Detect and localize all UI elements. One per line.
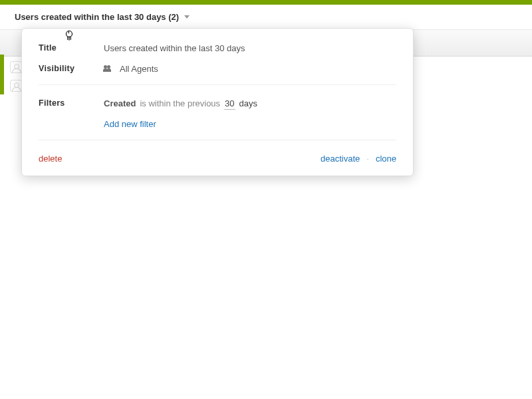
left-active-indicator — [0, 55, 4, 94]
title-label: Title — [39, 43, 104, 53]
view-title-text: Users created within the last 30 days (2… — [15, 12, 179, 22]
deactivate-link[interactable]: deactivate — [321, 154, 360, 164]
visibility-row: Visibility All Agents — [39, 64, 396, 74]
add-new-filter-link[interactable]: Add new filter — [104, 119, 156, 129]
delete-link[interactable]: delete — [39, 154, 62, 164]
separator-dot: · — [366, 154, 369, 164]
filters-row: Filters Created is within the previous 3… — [39, 98, 396, 129]
user-icon[interactable] — [10, 80, 22, 92]
view-title-dropdown[interactable]: Users created within the last 30 days (2… — [15, 12, 190, 22]
divider — [39, 140, 396, 140]
filter-field: Created — [104, 98, 136, 108]
visibility-text: All Agents — [120, 64, 158, 74]
panel-actions: delete deactivate · clone — [39, 154, 396, 164]
header-bar: Users created within the last 30 days (2… — [0, 5, 532, 30]
agents-icon — [104, 65, 114, 73]
filter-line[interactable]: Created is within the previous 30 days — [104, 98, 396, 110]
filter-unit: days — [239, 98, 257, 108]
filter-value[interactable]: 30 — [224, 98, 235, 110]
title-row: Title Users created within the last 30 d… — [39, 43, 396, 53]
cursor-hand-icon — [63, 29, 75, 43]
filters-label: Filters — [39, 98, 104, 108]
top-accent-bar — [0, 0, 532, 5]
visibility-value[interactable]: All Agents — [104, 64, 396, 74]
divider — [39, 84, 396, 85]
user-icon[interactable] — [10, 61, 22, 73]
title-value[interactable]: Users created within the last 30 days — [104, 43, 396, 53]
svg-point-0 — [66, 31, 72, 37]
clone-link[interactable]: clone — [376, 154, 396, 164]
filters-value: Created is within the previous 30 days A… — [104, 98, 396, 129]
right-actions: deactivate · clone — [321, 154, 396, 164]
chevron-down-icon — [184, 15, 190, 19]
filter-operator: is within the previous — [140, 98, 220, 108]
view-edit-panel: Title Users created within the last 30 d… — [21, 28, 414, 176]
visibility-label: Visibility — [39, 64, 104, 73]
left-rail-icons — [10, 61, 22, 98]
